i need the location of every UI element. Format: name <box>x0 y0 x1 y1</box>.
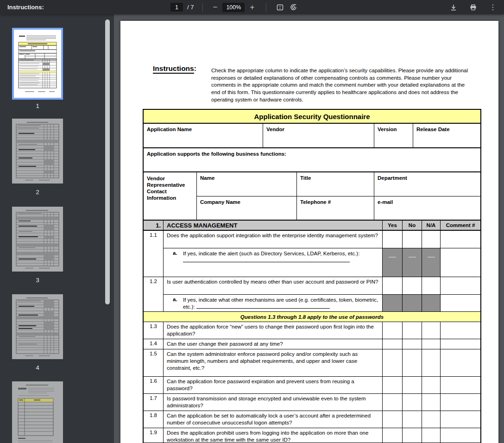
answer-cell-no-shaded <box>402 294 422 311</box>
fit-page-button[interactable] <box>273 1 287 14</box>
sub-question-label: a. <box>173 297 183 310</box>
header-yes: Yes <box>382 221 402 230</box>
page-thumbnail-4[interactable] <box>12 294 63 359</box>
more-options-button[interactable]: ⋮ <box>485 1 500 14</box>
answer-cell-no <box>402 394 422 411</box>
thumbnail-label-4: 4 <box>12 364 63 371</box>
question-number: 1.8 <box>144 411 163 428</box>
answer-cell-yes <box>382 349 402 376</box>
answer-cell-yes <box>382 377 402 393</box>
answer-cell-na <box>422 231 440 248</box>
question-text: Can the system administrator enforce pas… <box>163 349 382 376</box>
page-thumbnail-3[interactable] <box>12 207 63 272</box>
zoom-level[interactable]: 100% <box>222 3 245 12</box>
business-functions-label: Application supports the following busin… <box>147 151 478 171</box>
answer-cell-yes <box>382 411 402 428</box>
top-fields-row: Application Name Vendor Version Release … <box>144 123 480 147</box>
field-vendor: Vendor <box>263 124 374 147</box>
questionnaire-table: Application Security Questionnaire Appli… <box>143 109 481 443</box>
page-number-input[interactable] <box>170 3 183 12</box>
section-number: 1. <box>144 221 163 230</box>
answer-cell-na <box>422 349 440 376</box>
password-note-row: Questions 1.3 through 1.8 apply to the u… <box>144 311 480 322</box>
question-number: 1.2 <box>144 277 163 311</box>
sub-question-text: If yes, indicate the alert (such as Dire… <box>183 251 359 256</box>
page-thumbnail-5[interactable] <box>12 381 63 443</box>
question-group-1-1: 1.1 Does the application support integra… <box>144 231 480 277</box>
answer-cell-no <box>402 349 422 376</box>
print-icon <box>469 4 477 11</box>
answer-cell-no <box>402 411 422 428</box>
field-title: Title <box>296 172 374 196</box>
toolbar-divider <box>266 3 266 12</box>
rotate-icon <box>290 3 297 11</box>
header-no: No <box>402 221 422 230</box>
page-5-preview <box>12 381 63 443</box>
pdf-page: Instructions: Check the appropriate colu… <box>120 21 498 443</box>
plus-icon: + <box>250 3 254 11</box>
minus-icon: − <box>213 3 217 11</box>
question-text: Does the application support integration… <box>163 231 382 248</box>
answer-cell-na <box>422 322 440 339</box>
vendor-representative-row: Vendor Representative Contact Informatio… <box>144 171 480 220</box>
question-text: Can the application be set to automatica… <box>163 411 382 428</box>
comment-cell <box>440 322 480 339</box>
answer-cell-no <box>402 231 422 248</box>
question-number: 1.5 <box>144 349 163 376</box>
instructions-text: Check the appropriate column to indicate… <box>211 67 472 104</box>
business-functions-row: Application supports the following busin… <box>144 147 480 171</box>
header-comment: Comment # <box>440 221 480 230</box>
answer-cell-no <box>402 377 422 393</box>
answer-cell-na <box>422 428 440 443</box>
comment-cell <box>440 377 480 393</box>
page-thumbnail-1[interactable] <box>12 28 63 100</box>
field-telephone: Telephone # <box>296 196 374 220</box>
comment-cell <box>440 277 480 294</box>
thumbnail-label-1: 1 <box>12 102 63 109</box>
zoom-out-button[interactable]: − <box>210 1 220 14</box>
thumbnail-label-2: 2 <box>12 189 63 196</box>
kebab-menu-icon: ⋮ <box>489 3 497 12</box>
answer-cell-na-shaded <box>422 248 440 277</box>
question-number: 1.4 <box>144 339 163 349</box>
zoom-in-button[interactable]: + <box>247 1 257 14</box>
comment-cell <box>440 294 480 311</box>
rotate-button[interactable] <box>287 1 300 14</box>
sidebar-scrollbar[interactable] <box>105 19 110 304</box>
field-company-name: Company Name <box>196 196 296 220</box>
question-text: Is user authentication controlled by mea… <box>163 277 382 294</box>
vendor-rep-label: Vendor Representative Contact Informatio… <box>144 172 196 220</box>
field-version: Version <box>374 124 413 147</box>
question-row-1-5: 1.5 Can the system administrator enforce… <box>144 349 480 376</box>
pdf-viewer-app: Instructions: / 7 − 100% + <box>0 0 504 443</box>
answer-cell-yes-shaded <box>382 294 402 311</box>
comment-cell <box>440 231 480 248</box>
answer-cell-na <box>422 411 440 428</box>
field-email: e-mail <box>374 196 480 220</box>
comment-cell <box>440 248 480 277</box>
answer-cell-yes <box>382 428 402 443</box>
page-thumbnail-2[interactable] <box>12 119 63 184</box>
answer-cell-na <box>422 339 440 349</box>
comment-cell <box>440 411 480 428</box>
answer-cell-na <box>422 277 440 294</box>
blank-line <box>196 304 330 309</box>
download-button[interactable] <box>446 1 461 14</box>
section-title: ACCESS MANAGEMENT <box>163 221 382 230</box>
print-button[interactable] <box>466 1 481 14</box>
document-viewer[interactable]: Instructions: Check the appropriate colu… <box>114 14 504 443</box>
question-row-1-9: 1.9 Does the application prohibit users … <box>144 428 480 443</box>
answer-cell-no <box>402 277 422 294</box>
blank-line <box>183 258 350 262</box>
toolbar-divider <box>202 3 203 12</box>
answer-cell-yes <box>382 394 402 411</box>
question-number: 1.9 <box>144 428 163 443</box>
answer-cell-no <box>402 428 422 443</box>
question-text: Can the application force password expir… <box>163 377 382 393</box>
comment-cell <box>440 339 480 349</box>
page-4-preview <box>12 294 63 359</box>
comment-cell <box>440 428 480 443</box>
toolbar-center-controls: / 7 − 100% + <box>170 0 300 14</box>
sub-question: a. If yes, indicate what other mechanism… <box>163 294 382 311</box>
fit-page-icon <box>276 4 284 11</box>
